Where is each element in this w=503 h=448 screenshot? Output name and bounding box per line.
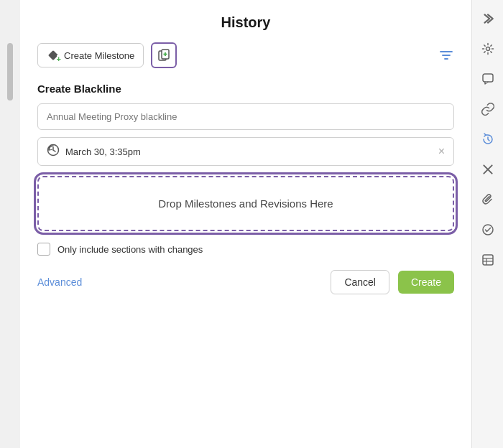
- left-scrollbar: [0, 0, 20, 448]
- date-value: March 30, 3:35pm: [65, 146, 438, 157]
- checkbox-row: Only include sections with changes: [37, 243, 454, 256]
- create-milestone-button[interactable]: + Create Milestone: [37, 43, 144, 67]
- svg-rect-10: [483, 74, 493, 82]
- cancel-button[interactable]: Cancel: [331, 270, 389, 294]
- link-icon[interactable]: [475, 96, 501, 122]
- footer-row: Advanced Cancel Create: [37, 270, 454, 294]
- close-x-icon[interactable]: [475, 157, 501, 182]
- milestone-icon: +: [47, 49, 60, 62]
- clock-icon: [47, 144, 60, 159]
- chevron-right-icon[interactable]: [475, 6, 501, 32]
- svg-point-9: [486, 47, 489, 51]
- right-sidebar: [471, 0, 503, 448]
- sections-checkbox[interactable]: [37, 243, 50, 256]
- create-button[interactable]: Create: [398, 271, 454, 294]
- main-panel: History + Create Milestone: [20, 0, 471, 448]
- add-revision-button[interactable]: [151, 42, 177, 68]
- scroll-thumb[interactable]: [7, 43, 13, 101]
- date-field: March 30, 3:35pm ×: [37, 137, 454, 166]
- svg-rect-14: [483, 255, 493, 265]
- filter-button[interactable]: [438, 47, 454, 63]
- check-circle-icon[interactable]: [475, 217, 501, 243]
- date-clear-button[interactable]: ×: [438, 145, 445, 158]
- paperclip-icon[interactable]: [475, 187, 501, 213]
- gear-icon[interactable]: [475, 36, 501, 62]
- drop-zone[interactable]: Drop Milestones and Revisions Here: [37, 176, 454, 231]
- advanced-button[interactable]: Advanced: [37, 276, 82, 288]
- panel-title: History: [37, 0, 454, 42]
- toolbar: + Create Milestone: [37, 42, 454, 68]
- history-icon[interactable]: [475, 126, 501, 152]
- blackline-name-input[interactable]: [37, 103, 454, 130]
- checkbox-label: Only include sections with changes: [57, 244, 203, 255]
- table-icon[interactable]: [475, 247, 501, 273]
- section-title: Create Blackline: [37, 83, 454, 95]
- chat-icon[interactable]: [475, 66, 501, 92]
